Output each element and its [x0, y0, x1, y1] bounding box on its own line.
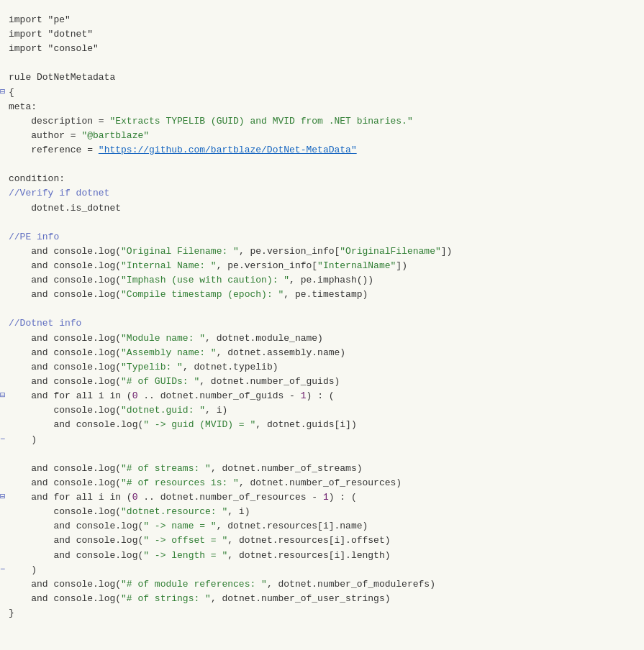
code-line-20: and console.log("Compile timestamp (epoc… [0, 288, 644, 302]
string-token: "# of module references: " [121, 579, 267, 590]
code-token: and [53, 550, 70, 561]
string-token: "Imphash (use with caution): " [121, 275, 289, 285]
line-content: and console.log("Internal Name: ", pe.ve… [6, 259, 644, 273]
code-line-17: and console.log("Original Filename: ", p… [0, 244, 644, 259]
code-token: , dotnet.guids[i]) [255, 419, 356, 430]
code-token: , dotnet.resources[i].name) [217, 521, 368, 531]
code-line-18: and console.log("Internal Name: ", pe.ve… [0, 259, 644, 273]
code-token: console.log( [48, 362, 121, 372]
code-token: ) [9, 564, 37, 575]
fold-marker[interactable]: − [0, 433, 6, 447]
code-line-26: and console.log("# of GUIDs: ", dotnet.n… [0, 375, 644, 389]
code-token [9, 246, 31, 257]
code-token: , pe.imphash()) [289, 275, 373, 285]
comment-token: //PE info [9, 232, 59, 242]
code-token: "pe" [42, 14, 71, 25]
code-line-6: ⊟{ [0, 86, 644, 100]
code-line-30: − ) [0, 433, 644, 447]
code-line-3: import "console" [0, 42, 644, 56]
fold-marker[interactable]: ⊟ [0, 389, 6, 403]
fold-marker[interactable]: ⊟ [0, 490, 6, 504]
code-token: console.log( [48, 289, 121, 300]
code-token: , dotnet.number_of_streams) [211, 463, 363, 474]
line-content: ) [6, 433, 644, 447]
code-line-42: } [0, 606, 644, 621]
line-content: author = "@bartblaze" [6, 129, 644, 143]
line-content: and console.log("# of GUIDs: ", dotnet.n… [6, 375, 644, 389]
line-content: dotnet.is_dotnet [6, 201, 644, 216]
line-content: and console.log("Imphash (use with cauti… [6, 273, 644, 288]
code-token: and [31, 579, 47, 590]
code-line-41: and console.log("# of strings: ", dotnet… [0, 592, 644, 606]
code-token [9, 550, 53, 561]
code-line-14: dotnet.is_dotnet [0, 201, 644, 216]
comment-token: //Dotnet info [9, 318, 81, 329]
code-token: { [9, 87, 14, 98]
code-line-25: and console.log("Typelib: ", dotnet.type… [0, 360, 644, 375]
code-token: , dotnet.number_of_user_strings) [211, 593, 391, 604]
code-line-23: and console.log("Module name: ", dotnet.… [0, 331, 644, 346]
code-token: console.log( [9, 506, 121, 517]
code-token: and [53, 535, 70, 546]
link-token: "https://github.com/bartblaze/DotNet-Met… [99, 145, 357, 155]
code-token: .. dotnet.number_of_resources - [137, 492, 322, 503]
line-content: meta: [6, 100, 644, 114]
string-token: "# of resources is: " [121, 477, 239, 488]
code-token: ) [9, 434, 37, 445]
line-content: and for all i in (0 .. dotnet.number_of_… [6, 389, 644, 403]
string-token: "# of strings: " [121, 593, 211, 604]
fold-marker[interactable]: ⊟ [0, 86, 6, 99]
code-line-12: condition: [0, 172, 644, 186]
code-token: dotnet.is_dotnet [9, 203, 121, 214]
line-content: //PE info [6, 230, 644, 244]
string-token: " -> offset = " [143, 535, 227, 546]
code-token: and [31, 390, 47, 401]
code-token: description = [9, 116, 109, 127]
code-token: console.log( [9, 405, 121, 416]
string-token: "Assembly name: " [121, 347, 217, 358]
code-token: ]) [396, 260, 407, 271]
code-token: , i) [227, 506, 250, 517]
code-token: for [53, 390, 70, 401]
code-token: "console" [42, 43, 99, 54]
fold-marker[interactable]: − [0, 563, 6, 577]
code-token: console.log( [71, 550, 143, 561]
code-token: and [31, 593, 47, 604]
code-line-29: and console.log(" -> guid (MVID) = ", do… [0, 418, 644, 432]
line-content: ) [6, 563, 644, 577]
code-token: condition: [9, 173, 65, 184]
code-token: console.log( [48, 246, 121, 257]
line-content: import "dotnet" [6, 27, 644, 42]
string-token: "Original Filename: " [121, 246, 239, 257]
code-line-31 [0, 447, 644, 462]
number-token: 1 [323, 492, 329, 503]
code-token: author = [9, 130, 81, 141]
line-content: description = "Extracts TYPELIB (GUID) a… [6, 114, 644, 129]
code-line-21 [0, 302, 644, 316]
line-content: import "pe" [6, 13, 644, 27]
code-token: meta: [9, 101, 37, 112]
code-token: and [31, 376, 47, 387]
code-token: console.log( [48, 463, 121, 474]
code-token: and [31, 492, 47, 503]
line-content: console.log("dotnet.resource: ", i) [6, 505, 644, 519]
code-token [9, 362, 31, 372]
line-content: and console.log("Module name: ", dotnet.… [6, 331, 644, 346]
code-token [9, 260, 31, 271]
code-line-13: //Verify if dotnet [0, 186, 644, 201]
code-token: , dotnet.number_of_resources) [239, 477, 402, 488]
line-content: and console.log("Typelib: ", dotnet.type… [6, 360, 644, 375]
code-line-33: and console.log("# of resources is: ", d… [0, 476, 644, 490]
line-content: rule DotNetMetadata [6, 70, 644, 85]
line-content: and console.log("Compile timestamp (epoc… [6, 288, 644, 302]
code-token: and [31, 477, 47, 488]
number-token: 1 [301, 390, 307, 401]
line-content: and console.log(" -> length = ", dotnet.… [6, 549, 644, 563]
code-token: ) : ( [307, 390, 335, 401]
code-line-39: − ) [0, 563, 644, 577]
code-line-1: import "pe" [0, 13, 644, 27]
code-token: .. dotnet.number_of_guids - [137, 390, 300, 401]
string-token: " -> length = " [143, 550, 227, 561]
code-line-35: console.log("dotnet.resource: ", i) [0, 505, 644, 519]
code-line-22: //Dotnet info [0, 316, 644, 331]
